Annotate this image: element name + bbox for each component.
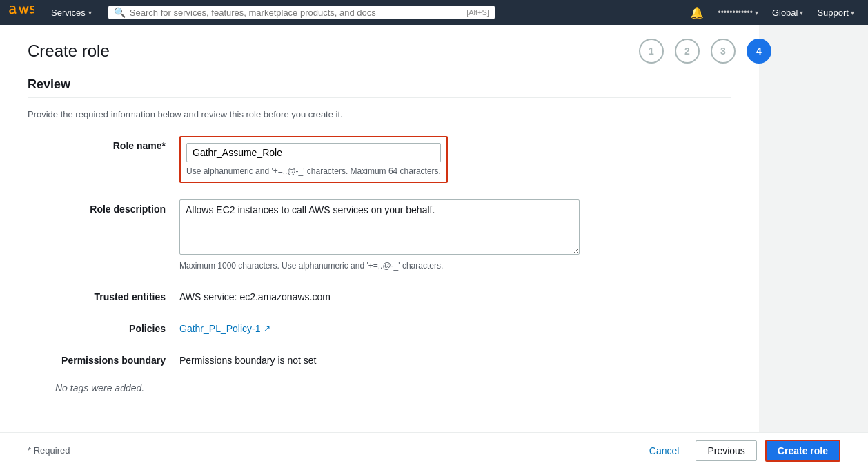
policies-label: Policies [28,319,179,334]
step-1: 1 [639,39,664,64]
role-name-field-container: Use alphanumeric and '+=,.@-_' character… [179,136,448,183]
nav-right: 🔔 •••••••••••• ▾ Global ▾ Support ▾ [684,3,860,22]
account-chevron-icon: ▾ [755,9,758,17]
step-4: 4 [747,39,771,64]
services-label: Services [51,8,86,18]
bell-button[interactable]: 🔔 [684,3,709,22]
role-name-row: Role name* Use alphanumeric and '+=,.@-_… [28,136,731,183]
policies-row: Policies Gathr_PL_Policy-1 ↗ [28,319,731,334]
role-description-label: Role description [28,199,179,215]
search-shortcut: [Alt+S] [466,8,489,17]
section-title: Review [28,77,731,92]
role-description-field-container: Allows EC2 instances to call AWS service… [179,199,580,271]
role-name-hint: Use alphanumeric and '+=,.@-_' character… [186,166,441,176]
trusted-entities-value: AWS service: ec2.amazonaws.com [179,287,731,302]
global-chevron-icon: ▾ [800,9,803,17]
role-name-box: Use alphanumeric and '+=,.@-_' character… [179,136,448,183]
permissions-boundary-label: Permissions boundary [28,351,179,366]
account-menu[interactable]: •••••••••••• ▾ [712,5,763,20]
role-description-textarea[interactable]: Allows EC2 instances to call AWS service… [179,199,580,255]
role-description-hint: Maximum 1000 characters. Use alphanumeri… [179,261,580,271]
policies-value: Gathr_PL_Policy-1 ↗ [179,319,731,334]
role-name-label: Role name* [28,136,179,151]
step-3: 3 [711,39,736,64]
search-icon: 🔍 [114,7,126,18]
policy-link-text: Gathr_PL_Policy-1 [179,323,261,334]
global-label: Global [772,8,798,18]
step-2: 2 [675,39,700,64]
policy-link[interactable]: Gathr_PL_Policy-1 ↗ [179,323,270,334]
tags-note: No tags were added. [55,382,731,393]
page-title: Create role [28,41,731,61]
support-menu[interactable]: Support ▾ [811,5,860,21]
support-chevron-icon: ▾ [851,9,854,17]
permissions-boundary-value: Permissions boundary is not set [179,351,731,366]
section-divider [28,97,731,98]
search-bar[interactable]: 🔍 [Alt+S] [108,6,495,19]
global-menu[interactable]: Global ▾ [767,5,809,21]
support-label: Support [817,8,849,18]
services-chevron-icon: ▾ [88,9,92,17]
role-name-input[interactable] [186,143,441,162]
account-label: •••••••••••• [718,8,752,17]
role-description-row: Role description Allows EC2 instances to… [28,199,731,271]
services-menu[interactable]: Services ▾ [46,5,97,21]
search-input[interactable] [130,8,462,18]
main-content: Create role Review Provide the required … [0,25,759,432]
trusted-entities-label: Trusted entities [28,287,179,302]
permissions-boundary-row: Permissions boundary Permissions boundar… [28,351,731,366]
external-link-icon: ↗ [264,324,270,333]
section-description: Provide the required information below a… [28,109,731,119]
steps-indicator: 1 2 3 4 [639,39,771,64]
trusted-entities-row: Trusted entities AWS service: ec2.amazon… [28,287,731,302]
aws-logo[interactable] [8,5,34,20]
top-navigation: Services ▾ 🔍 [Alt+S] 🔔 •••••••••••• ▾ Gl… [0,0,868,25]
bell-icon: 🔔 [690,6,704,19]
